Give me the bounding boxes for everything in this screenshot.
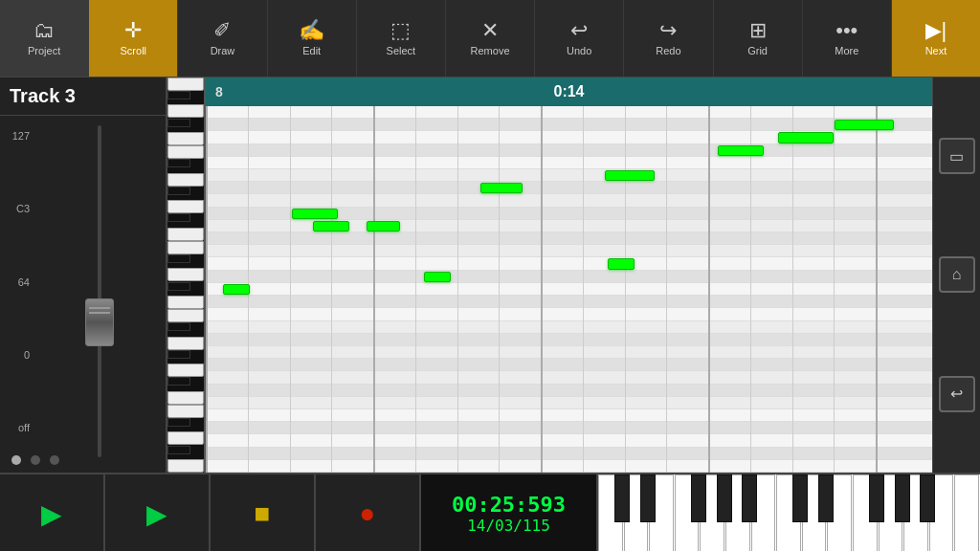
next-icon: ▶| bbox=[925, 20, 947, 41]
fader-rail bbox=[98, 125, 101, 457]
main-area: Track 3 127 C3 64 0 off bbox=[0, 77, 980, 473]
tool-undo[interactable]: ↩ Undo bbox=[535, 0, 624, 77]
window-btn[interactable]: ▭ bbox=[939, 138, 975, 174]
dot-2[interactable] bbox=[31, 455, 40, 465]
track-controls: Track 3 127 C3 64 0 off bbox=[0, 77, 167, 473]
play-button[interactable]: ▶ bbox=[105, 474, 211, 551]
redo-icon: ↪ bbox=[659, 20, 677, 41]
tool-grid[interactable]: ⊞ Grid bbox=[714, 0, 803, 77]
fader-label-off: off bbox=[4, 422, 30, 433]
record-button[interactable]: ● bbox=[316, 474, 421, 551]
time-header: 8 0:14 bbox=[206, 77, 932, 106]
tool-grid-label: Grid bbox=[747, 45, 768, 56]
home-btn[interactable]: ⌂ bbox=[939, 256, 975, 293]
piano-keys[interactable] bbox=[167, 77, 206, 473]
mini-piano[interactable] bbox=[598, 474, 980, 551]
tool-scroll[interactable]: ✛ Scroll bbox=[89, 0, 178, 77]
midi-note[interactable] bbox=[367, 221, 400, 231]
midi-note[interactable] bbox=[718, 145, 764, 156]
fader-label-c3: C3 bbox=[4, 203, 30, 214]
counter-bottom: 14/03/115 bbox=[467, 517, 550, 535]
play-from-start-icon: ▶ bbox=[41, 498, 62, 530]
fader-labels: 127 C3 64 0 off bbox=[0, 116, 33, 448]
time-display: 0:14 bbox=[553, 83, 584, 100]
dot-3[interactable] bbox=[50, 455, 59, 465]
play-icon: ▶ bbox=[146, 498, 167, 530]
midi-note[interactable] bbox=[292, 209, 338, 219]
undo-icon: ↩ bbox=[570, 20, 588, 41]
tool-project-label: Project bbox=[28, 45, 60, 56]
midi-note[interactable] bbox=[605, 170, 655, 181]
track-panel: Track 3 127 C3 64 0 off bbox=[0, 77, 206, 473]
tool-select[interactable]: ⬚ Select bbox=[357, 0, 446, 77]
fader-track[interactable] bbox=[33, 116, 166, 448]
tool-remove-label: Remove bbox=[471, 45, 510, 56]
tool-next[interactable]: ▶| Next bbox=[892, 0, 980, 77]
right-panel: ▭ ⌂ ↩ bbox=[932, 77, 980, 473]
track-dots bbox=[0, 448, 166, 473]
tool-edit-label: Edit bbox=[302, 45, 321, 56]
fader-label-127: 127 bbox=[4, 130, 30, 142]
fader-label-0: 0 bbox=[4, 349, 30, 361]
tool-draw[interactable]: ✐ Draw bbox=[178, 0, 267, 77]
dot-1[interactable] bbox=[11, 455, 21, 465]
remove-icon: ✕ bbox=[481, 20, 499, 41]
stop-button[interactable]: ■ bbox=[211, 474, 316, 551]
fader-label-64: 64 bbox=[4, 276, 30, 288]
window-icon: ▭ bbox=[949, 147, 964, 165]
grid-area[interactable] bbox=[206, 106, 932, 473]
midi-note[interactable] bbox=[835, 120, 894, 130]
midi-note[interactable] bbox=[608, 258, 635, 269]
tool-remove[interactable]: ✕ Remove bbox=[446, 0, 535, 77]
toolbar: 🗂 Project ✛ Scroll ✐ Draw ✍ Edit ⬚ Selec… bbox=[0, 0, 980, 77]
tool-scroll-label: Scroll bbox=[121, 45, 147, 56]
back-btn[interactable]: ↩ bbox=[939, 376, 975, 412]
midi-note[interactable] bbox=[424, 272, 451, 282]
track-title: Track 3 bbox=[0, 77, 166, 116]
stop-icon: ■ bbox=[255, 498, 271, 529]
midi-note[interactable] bbox=[480, 183, 523, 193]
project-icon: 🗂 bbox=[33, 20, 55, 41]
midi-note[interactable] bbox=[313, 221, 349, 231]
tool-draw-label: Draw bbox=[211, 45, 235, 56]
home-icon: ⌂ bbox=[952, 266, 962, 283]
back-icon: ↩ bbox=[950, 385, 963, 403]
grid-icon: ⊞ bbox=[749, 20, 767, 41]
scroll-icon: ✛ bbox=[124, 20, 142, 41]
tool-edit[interactable]: ✍ Edit bbox=[268, 0, 357, 77]
tool-more[interactable]: ••• More bbox=[803, 0, 892, 77]
select-icon: ⬚ bbox=[390, 20, 411, 41]
tool-redo-label: Redo bbox=[656, 45, 680, 56]
bottom-bar: ▶ ▶ ■ ● 00:25:593 14/03/115 bbox=[0, 473, 980, 551]
more-icon: ••• bbox=[835, 20, 858, 41]
tool-undo-label: Undo bbox=[567, 45, 591, 56]
bar-number: 8 bbox=[215, 84, 223, 99]
tool-redo[interactable]: ↪ Redo bbox=[624, 0, 713, 77]
play-from-start-button[interactable]: ▶ bbox=[0, 474, 105, 551]
draw-icon: ✐ bbox=[213, 20, 231, 41]
tool-next-label: Next bbox=[925, 45, 947, 56]
tool-more-label: More bbox=[835, 45, 858, 56]
fader-area: 127 C3 64 0 off bbox=[0, 116, 166, 448]
piano-roll[interactable]: 8 0:14 bbox=[206, 77, 932, 473]
counter-top: 00:25:593 bbox=[452, 493, 566, 517]
midi-note[interactable] bbox=[223, 284, 250, 295]
tool-select-label: Select bbox=[387, 45, 416, 56]
fader-handle[interactable] bbox=[85, 298, 114, 346]
midi-note[interactable] bbox=[778, 132, 834, 143]
time-counter: 00:25:593 14/03/115 bbox=[421, 474, 598, 551]
edit-icon: ✍ bbox=[299, 20, 324, 41]
tool-project[interactable]: 🗂 Project bbox=[0, 0, 89, 77]
record-icon: ● bbox=[360, 498, 376, 529]
